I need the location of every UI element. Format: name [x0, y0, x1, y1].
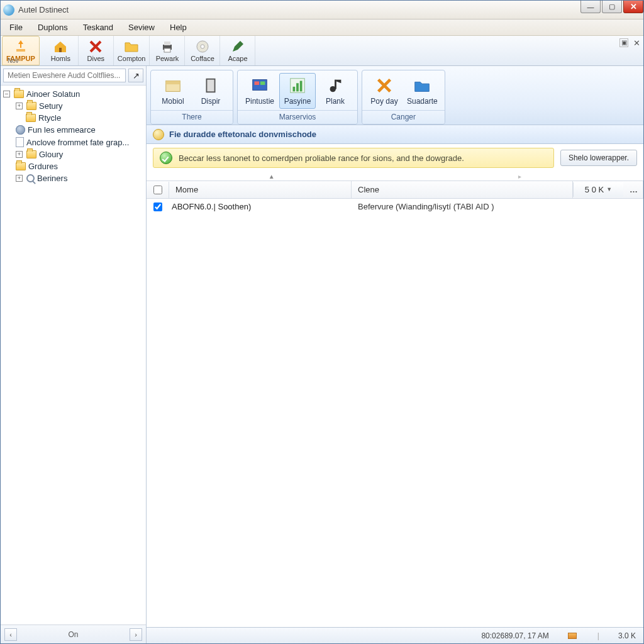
box-icon	[164, 76, 182, 95]
folder-blue-icon	[413, 76, 431, 95]
table-header-check[interactable]	[147, 182, 169, 198]
sidebar-search-go-button[interactable]: ↗	[128, 69, 143, 82]
menu-seview[interactable]: Seview	[122, 21, 161, 34]
folder-icon	[124, 39, 139, 54]
tree-item-label: Anclove frommet fate grap...	[26, 138, 129, 147]
tree-item-gloury[interactable]: + Gloury	[2, 148, 145, 160]
svg-point-6	[201, 45, 204, 48]
tab-close-button[interactable]: ✕	[632, 38, 641, 47]
toolbar-dives-label: Dives	[87, 55, 105, 62]
svg-rect-12	[255, 81, 260, 85]
sidebar-prev-button[interactable]: ‹	[4, 628, 17, 641]
info-text: Beccar less tanonet to comerdpen proliab…	[179, 153, 464, 163]
fampup-button[interactable]: FAMPUP Nov	[2, 36, 40, 65]
toolbar-compton-label: Compton	[118, 55, 146, 62]
table-header-clene[interactable]: Clene	[352, 181, 573, 198]
menu-file[interactable]: File	[3, 21, 29, 34]
folder-icon	[16, 162, 26, 170]
tree-item-grdures[interactable]: Grdures	[2, 160, 145, 172]
sidebar-search-input[interactable]	[3, 69, 126, 82]
expand-icon[interactable]: +	[16, 175, 23, 182]
ribbon-pintustie[interactable]: Pintustie	[242, 73, 278, 109]
expand-icon[interactable]: +	[16, 103, 23, 109]
collapse-icon[interactable]: –	[3, 91, 10, 97]
folder-icon	[26, 150, 36, 158]
sidebar-tree: – Ainoer Solatun + Setury Rtycle Fun les…	[1, 86, 146, 625]
table-header-name[interactable]: Mome	[169, 181, 352, 198]
ribbon-poyday[interactable]: Poy day	[366, 73, 402, 109]
status-time: 80:02689.07, 17 AM	[481, 631, 548, 640]
ribbon-mobiol-label: Mobiol	[162, 97, 184, 106]
ribbon-plank[interactable]: Plank	[317, 73, 353, 109]
search-icon	[26, 174, 35, 182]
caret-up-icon[interactable]: ▲	[269, 173, 275, 180]
status-chip-icon	[568, 633, 577, 639]
chevron-down-icon: ▼	[606, 187, 612, 192]
ribbon-pasyine[interactable]: Pasyine	[279, 73, 316, 109]
tab-restore-button[interactable]: ▣	[619, 38, 628, 47]
fampup-icon	[13, 39, 28, 54]
table-header-more[interactable]: …	[623, 181, 643, 198]
tree-item-fun[interactable]: Fun les emmearce	[2, 124, 145, 136]
content-area: Mobiol Dispir There Pintustie	[147, 66, 643, 643]
toolbar-cofface-label: Cofface	[191, 55, 214, 62]
screen-icon	[250, 76, 269, 95]
menu-bar: File Duplons Teskand Seview Help	[1, 19, 643, 36]
minimize-button[interactable]: —	[580, 1, 601, 13]
ribbon-mobiol[interactable]: Mobiol	[155, 73, 191, 109]
tree-item-label: Setury	[39, 101, 63, 111]
tree-item-label: Fun les emmearce	[28, 125, 96, 135]
title-bar: Autel Dstinect — ▢ ✕	[1, 1, 643, 19]
menu-duplons[interactable]: Duplons	[31, 21, 74, 34]
toolbar-pewark[interactable]: Pewark	[150, 36, 185, 65]
toolbar-cofface[interactable]: Cofface	[185, 36, 220, 65]
row-checkbox[interactable]	[153, 203, 162, 211]
book-icon	[201, 76, 220, 95]
tree-item-setury[interactable]: + Setury	[2, 100, 145, 112]
table-row[interactable]: ABOFN6.0.| Soothen) Befervure (Wianding/…	[147, 199, 643, 214]
toolbar-homls[interactable]: Homls	[43, 36, 79, 65]
toolbar-homls-label: Homls	[51, 55, 70, 62]
tree-item-beriners[interactable]: + Beriners	[2, 172, 145, 184]
fampup-sublabel: Nov	[8, 57, 19, 64]
ribbon-group-marservios: Pintustie Pasyine Plank Marservios	[237, 70, 358, 125]
table-header-count[interactable]: 5 0 K ▼	[573, 182, 623, 197]
tree-item-anclove[interactable]: Anclove frommet fate grap...	[2, 136, 145, 148]
info-action-button[interactable]: Shelo lowerapper.	[560, 150, 637, 166]
select-all-checkbox[interactable]	[153, 186, 162, 194]
svg-rect-16	[296, 83, 299, 91]
info-box: Beccar less tanonet to comerdpen proliab…	[153, 148, 554, 168]
ribbon-suadarte[interactable]: Suadarte	[404, 73, 441, 109]
ribbon-poyday-label: Poy day	[370, 97, 397, 106]
tree-item-rtycle[interactable]: Rtycle	[2, 112, 145, 124]
body: ↗ – Ainoer Solatun + Setury Rtycle	[1, 66, 643, 643]
toolbar-acape[interactable]: Acape	[220, 36, 255, 65]
close-button[interactable]: ✕	[623, 1, 643, 13]
row-name: ABOFN6.0.| Soothen)	[169, 202, 352, 211]
svg-rect-17	[300, 81, 303, 92]
toolbar-compton[interactable]: Compton	[114, 36, 150, 65]
tree-root[interactable]: – Ainoer Solatun	[2, 88, 145, 100]
svg-rect-8	[166, 81, 180, 85]
toolbar-acape-label: Acape	[228, 55, 247, 62]
toolbar-pewark-label: Pewark	[156, 55, 179, 62]
sidebar-search-row: ↗	[1, 66, 146, 86]
tab-corner-controls: ▣ ✕	[619, 38, 641, 47]
toolbar-dives[interactable]: Dives	[79, 36, 114, 65]
sidebar-next-button[interactable]: ›	[130, 628, 142, 641]
ribbon-dispir-label: Dispir	[201, 97, 221, 106]
ribbon-group-canger-title: Canger	[362, 110, 445, 124]
menu-teskand[interactable]: Teskand	[77, 21, 119, 34]
menu-help[interactable]: Help	[164, 21, 193, 34]
ribbon-dispir[interactable]: Dispir	[192, 73, 229, 109]
info-strip: Beccar less tanonet to comerdpen proliab…	[147, 144, 643, 172]
sidebar-bottom-bar: ‹ On ›	[1, 625, 146, 643]
tree-item-label: Rtycle	[38, 113, 61, 123]
expand-icon[interactable]: +	[16, 151, 23, 158]
table-header: Mome Clene 5 0 K ▼ …	[147, 180, 643, 199]
maximize-button[interactable]: ▢	[602, 1, 622, 13]
caret-hint-icon: ▸	[518, 173, 521, 180]
note-icon	[326, 76, 345, 95]
svg-rect-15	[293, 87, 296, 92]
content-header: Fie duradde eftetonalc donvmischode	[147, 125, 643, 144]
